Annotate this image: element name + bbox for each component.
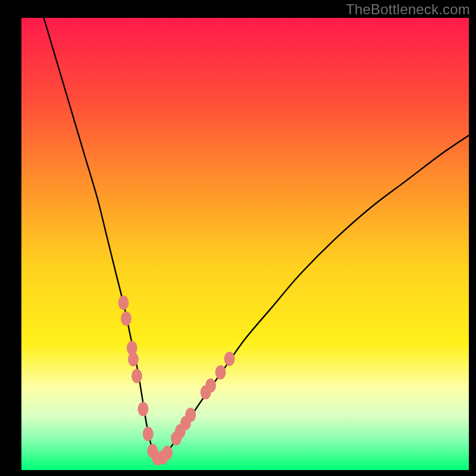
curve-marker [143,427,154,441]
watermark-text: TheBottleneck.com [346,1,470,18]
curve-marker [128,352,139,367]
plot-background [21,18,469,470]
curve-marker [131,369,142,383]
curve-marker [138,402,149,416]
curve-marker [185,408,196,422]
curve-marker [224,352,235,366]
curve-marker [118,296,129,310]
curve-marker [205,378,216,393]
bottleneck-chart [0,0,476,476]
outer-frame: TheBottleneck.com [0,0,476,476]
curve-marker [162,446,173,460]
curve-marker [121,311,131,325]
curve-marker [215,365,226,380]
